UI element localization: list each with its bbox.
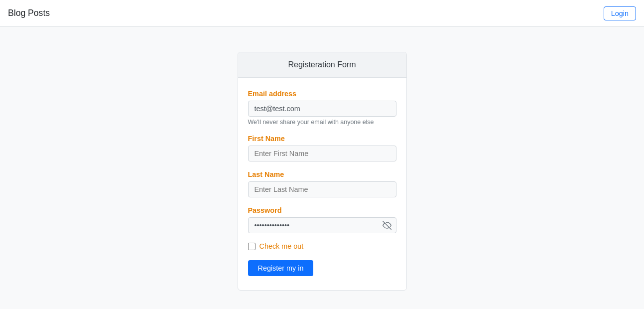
register-button[interactable]: Register my in (248, 260, 314, 276)
last-name-group: Last Name (248, 170, 396, 197)
card-body: Email address We'll never share your ema… (238, 78, 406, 290)
first-name-input[interactable] (248, 146, 396, 161)
navbar: Blog Posts Login (0, 0, 644, 27)
card-header: Registeration Form (238, 52, 406, 78)
last-name-label: Last Name (248, 170, 396, 178)
checkbox-group: Check me out (248, 242, 396, 250)
eye-off-icon (383, 221, 391, 230)
card-header-title: Registeration Form (288, 60, 356, 69)
last-name-input[interactable] (248, 181, 396, 197)
registration-card: Registeration Form Email address We'll n… (238, 52, 407, 291)
password-input[interactable] (248, 217, 396, 233)
password-label: Password (248, 206, 396, 214)
email-label: Email address (248, 90, 396, 98)
password-wrapper (248, 217, 396, 233)
check-me-out-checkbox[interactable] (248, 243, 256, 250)
email-input[interactable] (248, 101, 396, 117)
first-name-label: First Name (248, 135, 396, 143)
email-help-text: We'll never share your email with anyone… (248, 119, 396, 126)
toggle-password-button[interactable] (383, 221, 391, 230)
brand-link[interactable]: Blog Posts (8, 8, 50, 18)
password-group: Password (248, 206, 396, 233)
checkbox-label[interactable]: Check me out (259, 242, 304, 250)
login-button[interactable]: Login (604, 6, 636, 20)
email-group: Email address We'll never share your ema… (248, 90, 396, 126)
first-name-group: First Name (248, 135, 396, 161)
page-content: Registeration Form Email address We'll n… (0, 27, 644, 291)
